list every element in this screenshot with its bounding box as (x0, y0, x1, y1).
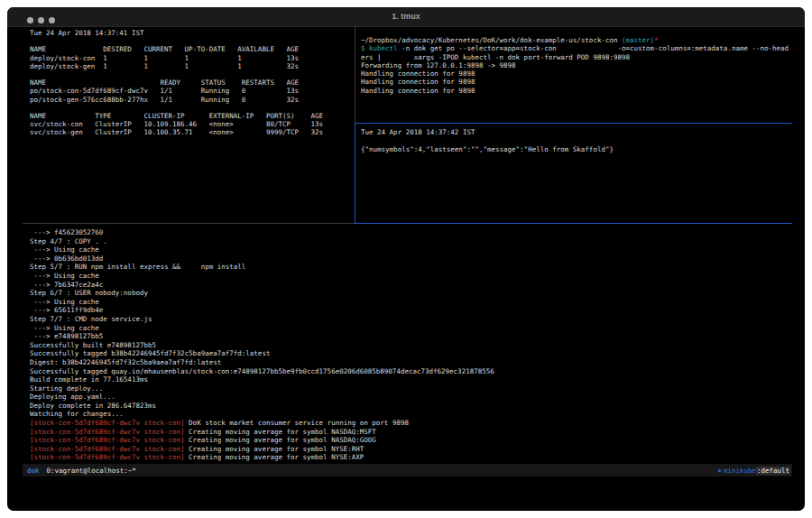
terminal-line: [stock-con-5d7df689cf-dwc7v stock-con] D… (30, 419, 799, 428)
terminal-line: ---> Using cache (30, 245, 799, 254)
terminal-line: NAME TYPE CLUSTER-IP EXTERNAL-IP PORT(S)… (30, 112, 362, 120)
terminal-line: svc/stock-gen ClusterIP 10.100.35.71 <no… (30, 128, 362, 136)
pane-divider-horizontal-inactive[interactable] (23, 223, 355, 224)
terminal-line: deploy/stock-gen 1 1 1 1 32s (30, 62, 362, 70)
terminal-line: ---> 0b636bd013dd (30, 254, 799, 264)
terminal-line: Starting deploy... (30, 384, 799, 393)
terminal-line: Handling connection for 9898 (361, 69, 798, 78)
terminal-line: NAME DESIRED CURRENT UP-TO-DATE AVAILABL… (30, 45, 362, 53)
terminal-line: Build complete in 77.165413ms (30, 375, 799, 384)
pane-kubectl-watch[interactable]: Tue 24 Apr 2018 14:37:41 IST NAME DESIRE… (23, 26, 362, 226)
tmux-window-item[interactable]: 0:vagrant@localhost:~* (47, 467, 136, 475)
terminal-line: Forwarding from 127.0.0.1:9898 -> 9898 (361, 61, 798, 69)
terminal-line (30, 37, 362, 45)
terminal-line: Successfully tagged quay.io/mhausenblas/… (30, 367, 799, 376)
terminal-line: Tue 24 Apr 2018 14:37:41 IST (30, 29, 362, 37)
terminal-line: ers | xargs -IPOD kubectl -n dok port-fo… (361, 53, 798, 61)
terminal-line: Successfully built e74898127bb5 (30, 341, 799, 350)
terminal-line: Step 6/7 : USER nobody:nobody (30, 289, 799, 298)
terminal-line: NAME READY STATUS RESTARTS AGE (30, 79, 362, 87)
terminal-line: ---> 65611ff9db4e (30, 306, 799, 315)
terminal-line: svc/stock-con ClusterIP 10.109.186.46 <n… (30, 120, 362, 128)
terminal-line: po/stock-con-5d7df689cf-dwc7v 1/1 Runnin… (30, 87, 362, 95)
terminal-line (30, 70, 362, 79)
terminal-line: $ kubectl -n dok get po --selector=app=s… (361, 44, 798, 52)
window-titlebar: 1. tmux (7, 7, 805, 27)
terminal-line: [stock-con-5d7df689cf-dwc7v stock-con] C… (30, 436, 799, 445)
terminal-line: Handling connection for 9898 (361, 87, 798, 95)
terminal-line: ---> Using cache (30, 324, 799, 333)
pane-divider-vertical-active[interactable] (355, 123, 355, 223)
pane-divider-horizontal-active-bottom[interactable] (355, 223, 792, 224)
terminal-line: Step 5/7 : RUN npm install express && np… (30, 263, 799, 272)
tmux-status-right: ⎈ minikube :default (717, 467, 790, 475)
terminal-line: Watching for changes... (30, 410, 799, 419)
terminal-line: Step 4/7 : COPY . . (30, 237, 799, 246)
pane-divider-vertical-inactive[interactable] (355, 26, 355, 123)
pane-port-forward-shell[interactable]: ~/Dropbox/advocacy/Kubernetes/DoK/work/d… (355, 26, 798, 133)
terminal-line: ---> 7b6347ce2a4c (30, 281, 799, 290)
kube-context-label: minikube (724, 467, 756, 475)
terminal-window: 1. tmux Tue 24 Apr 2018 14:37:41 IST NAM… (7, 7, 805, 511)
kubernetes-helm-icon: ⎈ (717, 467, 722, 475)
terminal-line: ---> Using cache (30, 298, 799, 307)
terminal-line: Step 7/7 : CMD node service.js (30, 315, 799, 324)
pane-curl-output[interactable]: Tue 24 Apr 2018 14:37:42 IST {"numsymbol… (355, 124, 798, 227)
terminal-line: [stock-con-5d7df689cf-dwc7v stock-con] C… (30, 445, 799, 454)
tmux-status-bar: dok 0:vagrant@localhost:~* ⎈ minikube :d… (23, 464, 792, 476)
pane-skaffold-log[interactable]: ---> f45623052760Step 4/7 : COPY . . ---… (23, 224, 799, 466)
terminal-line: po/stock-gen-576cc688bb-277hx 1/1 Runnin… (30, 96, 362, 104)
terminal-line (30, 104, 362, 112)
terminal-line: ---> e74898127bb5 (30, 332, 799, 341)
pane-divider-horizontal-active-top[interactable] (355, 123, 792, 124)
tmux-session-name: dok (27, 467, 40, 475)
terminal-line: ---> Using cache (30, 272, 799, 281)
terminal-line: Tue 24 Apr 2018 14:37:42 IST (361, 128, 798, 136)
terminal-line: Successfully tagged b38b42246945fd7f32c5… (30, 349, 799, 358)
terminal-line: {"numsymbols":4,"lastseen":"","message":… (361, 145, 798, 153)
terminal-line: Deploy complete in 286.647823ms (30, 402, 799, 411)
terminal-line: ---> f45623052760 (30, 228, 799, 237)
window-title: 1. tmux (7, 12, 805, 21)
terminal-line: Deploying app.yaml... (30, 393, 799, 402)
terminal-line: deploy/stock-con 1 1 1 1 13s (30, 54, 362, 62)
terminal-line: ~/Dropbox/advocacy/Kubernetes/DoK/work/d… (361, 36, 798, 44)
kube-namespace-label: :default (756, 467, 790, 475)
terminal-line: [stock-con-5d7df689cf-dwc7v stock-con] C… (30, 453, 799, 462)
terminal-line: Handling connection for 9898 (361, 78, 798, 86)
terminal-line: Digest: b38b42246945fd7f32c5ba9aea7af7fd… (30, 358, 799, 367)
terminal-line (361, 136, 798, 144)
terminal-line: [stock-con-5d7df689cf-dwc7v stock-con] C… (30, 428, 799, 437)
